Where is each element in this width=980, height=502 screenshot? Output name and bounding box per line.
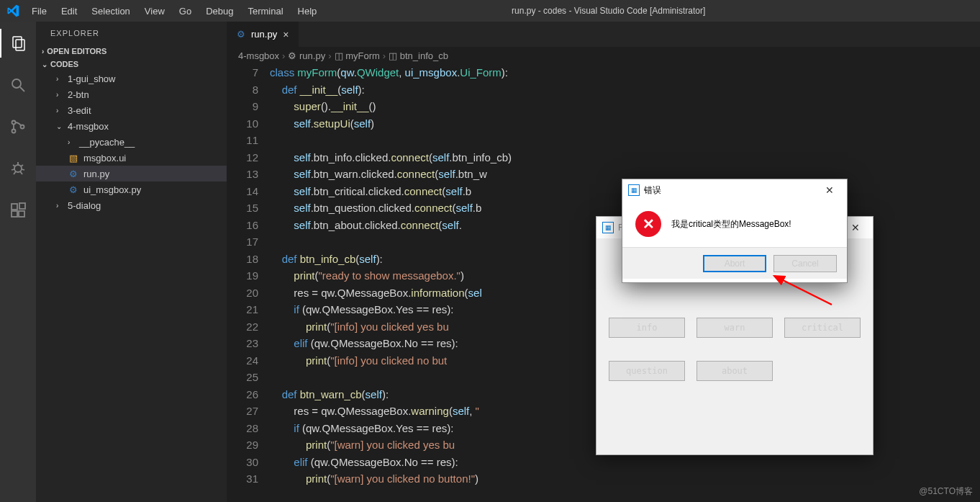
chevron-icon: ⌄ — [56, 122, 63, 130]
python-file-icon: ⚙ — [288, 50, 296, 61]
chevron-icon: › — [68, 138, 75, 146]
python-file-icon: ⚙ — [237, 29, 245, 40]
titlebar: FileEditSelectionViewGoDebugTerminalHelp… — [0, 0, 980, 22]
svg-line-9 — [13, 165, 15, 166]
tree-label: run.py — [83, 169, 109, 179]
svg-rect-16 — [12, 211, 17, 217]
chevron-icon: › — [56, 107, 63, 115]
file-item[interactable]: ⚙run.py — [36, 166, 227, 181]
svg-point-5 — [12, 130, 16, 133]
menu-debug[interactable]: Debug — [199, 3, 240, 19]
breadcrumb-item[interactable]: ◫ myForm — [335, 50, 380, 61]
svg-point-7 — [14, 165, 22, 172]
main-menu: FileEditSelectionViewGoDebugTerminalHelp — [25, 3, 323, 19]
sidebar: EXPLORER ›OPEN EDITORS ⌄CODES ›1-gui_sho… — [36, 22, 227, 502]
breadcrumb-item[interactable]: ⚙ run.py — [288, 50, 325, 61]
critical-button[interactable]: critical — [784, 318, 861, 338]
qt-dialog-titlebar[interactable]: ▦ 错误 ✕ — [622, 179, 847, 201]
info-button[interactable]: info — [609, 318, 685, 338]
sidebar-title: EXPLORER — [36, 22, 227, 45]
dialog-message: 我是critical类型的MessageBox! — [671, 218, 791, 230]
explorer-icon[interactable] — [0, 29, 36, 58]
debug-icon[interactable] — [0, 154, 36, 183]
qt-window-icon: ▦ — [628, 184, 640, 196]
workspace-root-header[interactable]: ⌄CODES — [36, 58, 227, 71]
svg-rect-15 — [12, 204, 17, 210]
breadcrumb[interactable]: 4-msgbox›⚙ run.py›◫ myForm›◫ btn_info_cb — [227, 47, 980, 64]
watermark: @51CTO博客 — [919, 485, 973, 498]
symbol-class-icon: ◫ — [335, 50, 343, 61]
menu-edit[interactable]: Edit — [55, 3, 83, 19]
window-title: run.py - codes - Visual Studio Code [Adm… — [323, 6, 894, 16]
tab-label: run.py — [251, 29, 277, 40]
qt-message-dialog[interactable]: ▦ 错误 ✕ ✕ 我是critical类型的MessageBox! Abort … — [622, 179, 848, 283]
svg-point-2 — [12, 79, 21, 88]
chevron-icon: › — [56, 91, 63, 99]
menu-go[interactable]: Go — [173, 3, 198, 19]
breadcrumb-item[interactable]: 4-msgbox — [238, 50, 279, 61]
svg-line-10 — [21, 165, 23, 166]
open-editors-header[interactable]: ›OPEN EDITORS — [36, 45, 227, 58]
question-button[interactable]: question — [609, 361, 685, 381]
svg-rect-0 — [13, 37, 22, 48]
close-icon[interactable]: × — [283, 29, 289, 40]
svg-point-6 — [21, 125, 24, 129]
folder-item[interactable]: ›5-dialog — [36, 197, 227, 213]
error-icon: ✕ — [635, 211, 661, 237]
menu-terminal[interactable]: Terminal — [241, 3, 289, 19]
chevron-icon: › — [56, 202, 63, 210]
svg-line-14 — [20, 171, 22, 174]
editor-tabs: ⚙ run.py × — [227, 22, 980, 47]
tab-run-py[interactable]: ⚙ run.py × — [227, 22, 299, 47]
folder-item[interactable]: ›2-btn — [36, 86, 227, 102]
source-control-icon[interactable] — [0, 112, 36, 141]
qt-window-icon: ▦ — [602, 222, 614, 233]
cancel-button[interactable]: Cancel — [773, 255, 837, 272]
menu-file[interactable]: File — [25, 3, 53, 19]
qt-dialog-title: 错误 — [644, 184, 661, 197]
close-icon[interactable]: ✕ — [818, 181, 841, 199]
folder-item[interactable]: ›__pycache__ — [36, 134, 227, 150]
menu-help[interactable]: Help — [291, 3, 324, 19]
folder-item[interactable]: ⌄4-msgbox — [36, 118, 227, 134]
tree-label: 3-edit — [68, 105, 91, 116]
tree-label: 4-msgbox — [68, 121, 109, 132]
tree-label: ui_msgbox.py — [83, 184, 141, 195]
ui-file-icon: ▧ — [68, 153, 79, 163]
line-gutter: 7891011121314151617181920212223242526272… — [227, 64, 270, 502]
tree-label: 2-btn — [68, 89, 89, 100]
breadcrumb-item[interactable]: ◫ btn_info_cb — [389, 50, 448, 61]
folder-item[interactable]: ›1-gui_show — [36, 71, 227, 86]
vscode-logo-icon — [0, 4, 25, 17]
search-icon[interactable] — [0, 71, 36, 99]
file-item[interactable]: ▧msgbox.ui — [36, 150, 227, 166]
menu-view[interactable]: View — [138, 3, 171, 19]
file-item[interactable]: ⚙ui_msgbox.py — [36, 181, 227, 197]
about-button[interactable]: about — [697, 361, 773, 381]
abort-button[interactable]: Abort — [703, 255, 766, 272]
extensions-icon[interactable] — [0, 196, 36, 225]
svg-line-11 — [12, 169, 14, 170]
python-file-icon: ⚙ — [68, 184, 79, 195]
python-file-icon: ⚙ — [68, 169, 79, 179]
file-tree: ›1-gui_show›2-btn›3-edit⌄4-msgbox›__pyca… — [36, 71, 227, 213]
tree-label: msgbox.ui — [83, 153, 126, 163]
svg-rect-1 — [16, 40, 24, 50]
symbol-method-icon: ◫ — [389, 50, 397, 61]
chevron-icon: › — [56, 75, 63, 83]
tree-label: __pycache__ — [79, 137, 135, 148]
folder-item[interactable]: ›3-edit — [36, 102, 227, 118]
warn-button[interactable]: warn — [697, 318, 773, 338]
svg-line-13 — [14, 171, 16, 174]
svg-line-3 — [20, 87, 24, 91]
tree-label: 1-gui_show — [68, 73, 116, 84]
menu-selection[interactable]: Selection — [85, 3, 136, 19]
activity-bar — [0, 22, 36, 502]
svg-rect-17 — [19, 211, 24, 217]
svg-point-4 — [12, 121, 16, 125]
tree-label: 5-dialog — [68, 200, 101, 211]
svg-line-12 — [22, 169, 24, 170]
svg-rect-18 — [19, 203, 25, 209]
